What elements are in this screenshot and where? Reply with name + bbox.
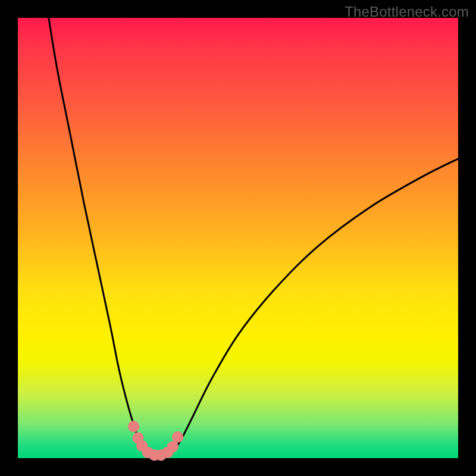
outer-frame: TheBottleneck.com (0, 0, 476, 476)
right-branch-line (172, 159, 458, 453)
highlight-dot (167, 441, 178, 452)
chart-svg (18, 18, 458, 458)
dots-group (128, 421, 183, 461)
watermark-text: TheBottleneck.com (345, 4, 469, 20)
highlight-dot (128, 421, 139, 432)
left-branch-line (49, 18, 146, 453)
curve-group (49, 18, 458, 456)
highlight-dot (172, 431, 183, 443)
plot-area (18, 18, 458, 458)
